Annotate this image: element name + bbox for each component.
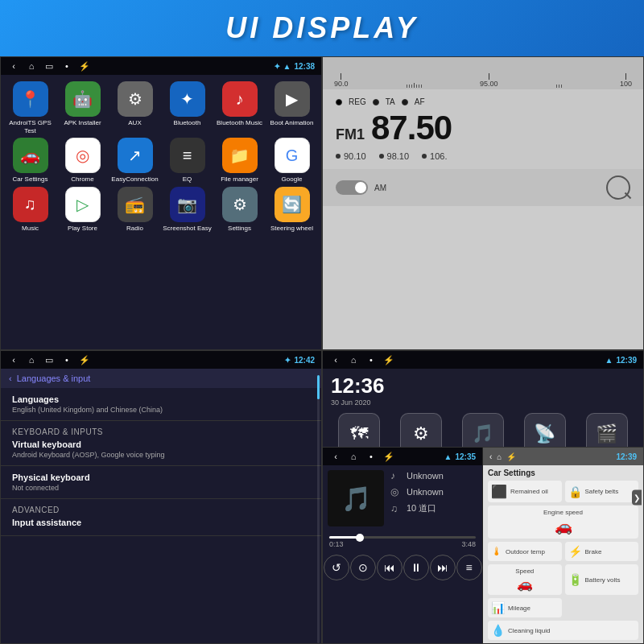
back-music[interactable]: ‹ [329,450,342,463]
repeat-btn[interactable]: ↺ [324,555,349,580]
play-pause-btn[interactable]: ⏸ [403,555,429,580]
app-item-radio[interactable]: 📻 Radio [110,187,159,233]
settings-languages-section: Languages English (United Kingdom) and C… [1,388,321,421]
preset-1[interactable]: 90.10 [336,151,366,161]
back-icon[interactable]: ‹ [7,60,20,72]
album-icon: ◎ [390,486,402,497]
input-assistance-title[interactable]: Input assistance [12,518,310,527]
radio-freq-row: FM1 87.50 [336,111,630,145]
home-icon-4t[interactable]: ⌂ [347,353,360,366]
physical-kb-title[interactable]: Physical keyboard [12,473,310,482]
music-album-row: ◎ Unknown [390,486,477,497]
page-header: UI DISPLAY [0,0,644,56]
prev-btn[interactable]: ⏮ [377,555,402,580]
app-icon: 📁 [222,138,258,173]
music-controls: ↺ ⊙ ⏮ ⏸ ⏭ ≡ [323,555,482,580]
back-icon-4t[interactable]: ‹ [329,353,342,366]
app-item-car-settings[interactable]: 🚗 Car Settings [6,138,55,184]
app-item-androits-gps-test[interactable]: 📍 AndroiTS GPS Test [6,81,55,134]
cs-battery[interactable]: 🔋 Battery volts [565,564,639,595]
app-item-eq[interactable]: ≡ EQ [163,138,212,184]
am-pm-toggle[interactable] [336,180,368,195]
preset-2[interactable]: 98.10 [379,151,410,161]
status-bar-left-3: ‹ ⌂ ▭ • ⚡ [7,353,91,366]
home-icon-3[interactable]: ⌂ [25,353,38,366]
cs-oil[interactable]: ⬛ Remained oil [488,481,562,502]
settings-back-nav[interactable]: ‹ Languages & input [1,369,321,388]
music-time-total: 3:48 [461,540,476,548]
car-app-music[interactable]: 🎵 Music [455,413,512,448]
scroll-thumb [317,375,320,399]
eq-btn[interactable]: ⊙ [350,555,376,580]
af-dot [402,99,408,105]
app-item-settings[interactable]: ⚙ Settings [215,187,264,233]
app-item-play-store[interactable]: ▷ Play Store [58,187,107,233]
usb-icon-3: ⚡ [78,353,91,366]
car-app-radio[interactable]: 📡 Radio [516,413,573,448]
cs-mileage[interactable]: 📊 Mileage [488,598,562,617]
virtual-kb-title[interactable]: Virtual keyboard [12,440,310,449]
app-item-bluetooth[interactable]: ✦ Bluetooth [163,81,212,134]
app-label: EQ [183,175,192,184]
app-item-chrome[interactable]: ◎ Chrome [58,138,107,184]
status-bar-4t: ‹ ⌂ • ⚡ ▲ 12:39 [323,351,643,369]
cs-engine[interactable]: Engine speed 🚗 [488,506,638,539]
lang-sub: English (United Kingdom) and Chinese (Ch… [12,406,310,414]
playlist-btn[interactable]: ≡ [456,555,482,580]
app-item-aux[interactable]: ⚙ AUX [110,81,159,134]
speed-icon: 🚗 [517,577,533,591]
recents-icon-3[interactable]: ▭ [43,353,56,366]
cs-seatbelt[interactable]: 🔒 Safety belts [565,481,639,502]
app-item-easyconnection[interactable]: ↗ EasyConnection [110,138,159,184]
car-app-icon: 🎬 [586,413,628,448]
preset-3[interactable]: 106. [422,151,447,161]
home-cs[interactable]: ⌂ [497,452,502,461]
app-item-steering-wheel[interactable]: 🔄 Steering wheel [267,187,316,233]
engine-label: Engine speed [491,509,635,516]
cs-speed[interactable]: Speed 🚗 [488,564,562,595]
back-cs[interactable]: ‹ [489,452,492,461]
music-progress-knob[interactable] [356,534,364,542]
app-item-screenshot-easy[interactable]: 📷 Screenshot Easy [163,187,212,233]
next-btn[interactable]: ⏭ [430,555,456,580]
car-app-icon: 📡 [524,413,566,448]
cs-temp[interactable]: 🌡 Outdoor temp [488,542,562,561]
car-app-icon: ⚙ [400,413,442,448]
cleaning-icon: 💧 [491,624,505,637]
bullet-music: • [365,450,378,463]
cs-cleaning[interactable]: 💧 Cleaning liquid [488,621,638,640]
radio-search-icon[interactable] [606,175,630,200]
car-app-navi[interactable]: 🗺 Navi [331,413,388,448]
app-icon: ✦ [170,81,205,117]
app-item-apk-installer[interactable]: 🤖 APK Installer [58,81,107,134]
app-icon: ▶ [275,81,310,117]
mileage-label: Mileage [508,605,530,612]
recents-icon[interactable]: ▭ [43,60,56,72]
home-icon[interactable]: ⌂ [25,60,38,72]
battery-label: Battery volts [585,576,621,584]
app-item-google[interactable]: G Google [267,138,316,184]
app-item-boot-animation[interactable]: ▶ Boot Animation [267,81,316,134]
settings-keyboard-section: Keyboard & Inputs Virtual keyboard Andro… [1,421,321,466]
mileage-icon: 📊 [491,601,505,614]
back-icon-3[interactable]: ‹ [7,353,20,366]
app-item-file-manager[interactable]: 📁 File manager [215,138,264,184]
settings-back-label: Languages & input [17,374,91,383]
app-icon: 🚗 [13,138,48,173]
status-bar-1: ‹ ⌂ ▭ • ⚡ ✦ ▲ 12:38 [1,57,321,75]
app-item-music[interactable]: ♫ Music [6,187,55,233]
app-label: EasyConnection [111,175,158,184]
cs-brake[interactable]: ⚡ Brake [565,542,639,561]
music-track-row: ♫ 10 道口 [390,502,477,514]
car-settings-title: Car Settings [488,469,638,477]
app-icon: ⚙ [222,187,258,222]
panel-car-home: ‹ ⌂ • ⚡ ▲ 12:39 12:36 30 Jun 2020 🗺 Navi… [323,351,643,448]
usb-4t: ⚡ [382,353,395,366]
music-progress-bar[interactable] [329,536,476,539]
panel-language-settings: ‹ ⌂ ▭ • ⚡ ✦ 12:42 ‹ Languages & input La… [0,350,322,644]
app-item-bluetooth-music[interactable]: ♪ Bluetooth Music [215,81,264,134]
car-app-video[interactable]: 🎬 Video [578,413,635,448]
app-icon: 📷 [170,187,205,222]
home-music[interactable]: ⌂ [347,450,360,463]
car-app-settings[interactable]: ⚙ Settings [393,413,450,448]
